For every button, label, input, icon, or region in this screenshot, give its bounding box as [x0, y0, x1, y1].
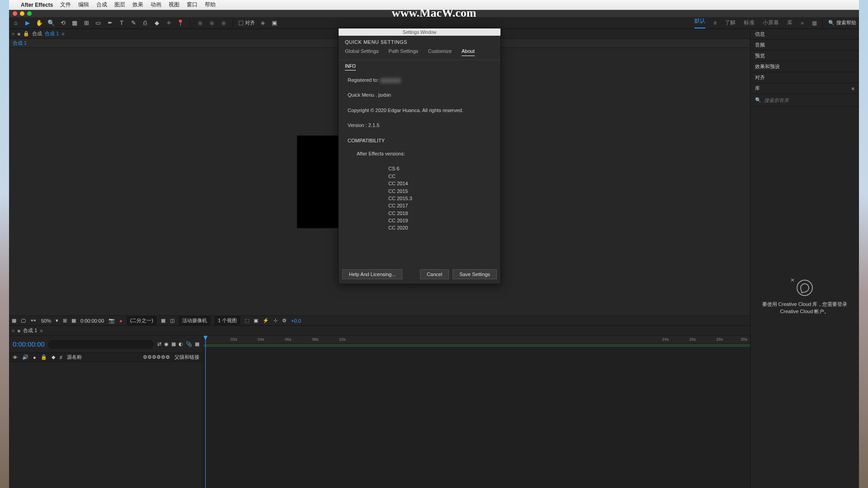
tab-about[interactable]: About [462, 48, 475, 56]
shy-icon[interactable]: ⇄ [157, 341, 161, 347]
switches-icon[interactable]: ⚙⚙⚙⚙⚙⚙ [143, 354, 170, 360]
timeline-track-area[interactable]: 02s 04s 06s 08s 10s 24s 26s 28s 30s [203, 336, 750, 488]
menu-composition[interactable]: 合成 [96, 1, 107, 9]
menu-layer[interactable]: 图层 [114, 1, 125, 9]
menu-help[interactable]: 帮助 [205, 1, 216, 9]
close-tab-icon[interactable]: × [12, 31, 14, 37]
library-search-input[interactable] [764, 98, 854, 103]
workspace-reset-icon[interactable]: ▦ [812, 20, 817, 26]
axis-z-icon[interactable]: ◉ [219, 19, 227, 27]
menu-effect[interactable]: 效果 [132, 1, 143, 9]
panel-audio[interactable]: 音频 [750, 40, 859, 51]
menu-window[interactable]: 窗口 [187, 1, 198, 9]
axis-x-icon[interactable]: ◉ [196, 19, 204, 27]
monitor-icon[interactable]: 🖵 [21, 318, 26, 324]
zoom-level[interactable]: 50% [41, 318, 51, 324]
resolution-dropdown[interactable]: (二分之一) [127, 316, 156, 325]
lock-icon[interactable]: 🔒 [23, 31, 29, 37]
snapshot-icon[interactable]: 📷 [108, 318, 115, 324]
exposure-value[interactable]: +0.0 [291, 318, 301, 324]
panel-align[interactable]: 对齐 [750, 72, 859, 83]
zoom-icon[interactable] [27, 11, 32, 16]
timeline-tab[interactable]: 合成 1 [23, 327, 37, 334]
workspace-default[interactable]: 默认 [694, 17, 705, 28]
tab-customize[interactable]: Customize [428, 48, 452, 56]
color-mgmt-icon[interactable]: ● [119, 318, 123, 324]
brush-tool-icon[interactable]: ✎ [129, 19, 137, 27]
playhead[interactable] [205, 336, 206, 488]
help-licensing-button[interactable]: Help And Licensing... [342, 269, 402, 279]
pan-behind-tool-icon[interactable]: ⊞ [82, 19, 90, 27]
work-area-bar[interactable] [203, 344, 750, 347]
zoom-tool-icon[interactable]: 🔍 [47, 19, 55, 27]
pen-tool-icon[interactable]: ✒ [106, 19, 114, 27]
workspace-standard[interactable]: 标准 [744, 19, 755, 27]
close-icon[interactable] [13, 11, 17, 16]
shape-tool-icon[interactable]: ▭ [94, 19, 102, 27]
type-tool-icon[interactable]: T [118, 19, 126, 27]
resolution-icon[interactable]: ⊞ [63, 318, 67, 324]
menu-animation[interactable]: 动画 [151, 1, 161, 9]
axis-y-icon[interactable]: ◉ [208, 19, 216, 27]
library-search[interactable]: 🔍 [750, 94, 859, 107]
zoom-dropdown-icon[interactable]: ▾ [56, 318, 58, 324]
close-tab-icon[interactable]: × [12, 328, 14, 333]
comp-current-name[interactable]: 合成 1 [45, 30, 59, 37]
tab-global-settings[interactable]: Global Settings [345, 48, 379, 56]
menu-edit[interactable]: 编辑 [78, 1, 89, 9]
renderer-icon[interactable]: ▣ [254, 318, 258, 324]
comp-menu-icon[interactable]: ≡ [61, 31, 64, 37]
snap-toggle[interactable]: 对齐 [239, 19, 255, 26]
tab-path-settings[interactable]: Path Settings [389, 48, 418, 56]
workspace-overflow-icon[interactable]: » [801, 20, 804, 26]
camera-dropdown[interactable]: 活动摄像机 [179, 316, 210, 325]
timeline-search[interactable] [48, 340, 154, 348]
camera-tool-icon[interactable]: ▦ [71, 19, 79, 27]
av-toggle-icon[interactable]: 👁 [13, 355, 18, 360]
roto-tool-icon[interactable]: ✧ [165, 19, 173, 27]
frame-blend-icon[interactable]: ▦ [171, 341, 176, 347]
hand-tool-icon[interactable]: ✋ [35, 19, 43, 27]
transparency-icon[interactable]: ▦ [161, 318, 165, 324]
grid-icon[interactable]: ▦ [12, 318, 16, 324]
cancel-button[interactable]: Cancel [420, 269, 449, 279]
label-col-icon[interactable]: ◆ [52, 354, 55, 360]
3d-icon[interactable]: ⬚ [245, 318, 249, 324]
panel-preview[interactable]: 预览 [750, 51, 859, 61]
time-ruler[interactable]: 02s 04s 06s 08s 10s 24s 26s 28s 30s [203, 336, 750, 344]
save-settings-button[interactable]: Save Settings [453, 269, 497, 279]
subtab-info[interactable]: INFO [345, 64, 356, 70]
timeline-menu-icon[interactable]: ≡ [40, 328, 42, 333]
panel-library[interactable]: 库 ≡ [750, 83, 859, 94]
workspace-library[interactable]: 库 [787, 19, 793, 27]
fast-preview-icon[interactable]: ⚡ [263, 318, 269, 324]
timeline-icon[interactable]: ⊹ [274, 318, 278, 324]
workspace-menu-icon[interactable]: ≡ [713, 20, 717, 26]
dialog-titlebar[interactable]: Settings Window [339, 28, 500, 36]
menu-view[interactable]: 视图 [169, 1, 179, 9]
puppet-tool-icon[interactable]: 📍 [176, 19, 184, 27]
solo-toggle-icon[interactable]: ● [33, 355, 36, 360]
home-icon[interactable]: ⌂ [12, 19, 20, 27]
audio-toggle-icon[interactable]: 🔊 [22, 354, 28, 360]
selection-tool-icon[interactable]: ▶ [24, 19, 32, 27]
panel-info[interactable]: 信息 [750, 29, 859, 40]
workspace-small[interactable]: 小屏幕 [763, 19, 779, 27]
brainstorm-icon[interactable]: ▦ [195, 341, 199, 347]
panel-menu-icon[interactable]: ≡ [852, 86, 854, 91]
mask-icon[interactable]: 👓 [30, 318, 37, 324]
flowchart-icon[interactable]: ⚙ [282, 318, 287, 324]
panel-effects[interactable]: 效果和预设 [750, 61, 859, 72]
orbit-tool-icon[interactable]: ⟲ [59, 19, 67, 27]
motion-blur-icon[interactable]: ◐ [179, 341, 183, 347]
views-dropdown[interactable]: 1 个视图 [215, 316, 240, 325]
draft3d-icon[interactable]: ◉ [164, 341, 169, 347]
workspace-learn[interactable]: 了解 [725, 19, 736, 27]
graph-icon[interactable]: 📎 [186, 341, 192, 347]
timecode[interactable]: 0:00:00:00 [13, 340, 45, 348]
lock-toggle-icon[interactable]: 🔒 [41, 354, 47, 360]
minimize-icon[interactable] [20, 11, 24, 16]
current-time[interactable]: 0:00:00:00 [80, 318, 104, 324]
clone-tool-icon[interactable]: ⎙ [141, 19, 149, 27]
region-icon[interactable]: ◫ [170, 318, 175, 324]
